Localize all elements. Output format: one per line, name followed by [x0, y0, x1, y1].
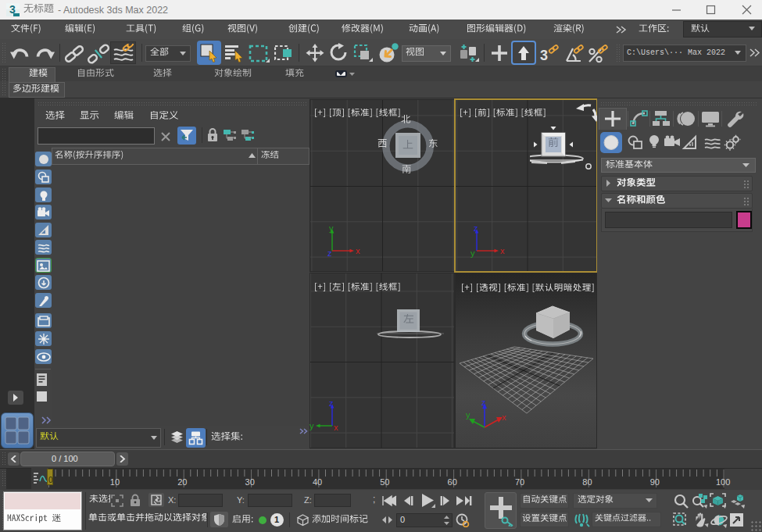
svg-text:y: y — [309, 421, 314, 430]
svg-text:3: 3 — [540, 48, 548, 63]
svg-text:x: x — [334, 423, 338, 431]
svg-text:x: x — [500, 246, 505, 255]
svg-text:y: y — [466, 410, 470, 420]
svg-text:z: z — [474, 225, 478, 233]
svg-text:x: x — [356, 246, 360, 255]
svg-text:y: y — [470, 248, 475, 258]
svg-text:x: x — [502, 412, 506, 422]
svg-text:z: z — [481, 398, 486, 407]
svg-text:y: y — [329, 225, 334, 233]
svg-text:z: z — [327, 248, 332, 258]
svg-text:z: z — [329, 398, 334, 408]
